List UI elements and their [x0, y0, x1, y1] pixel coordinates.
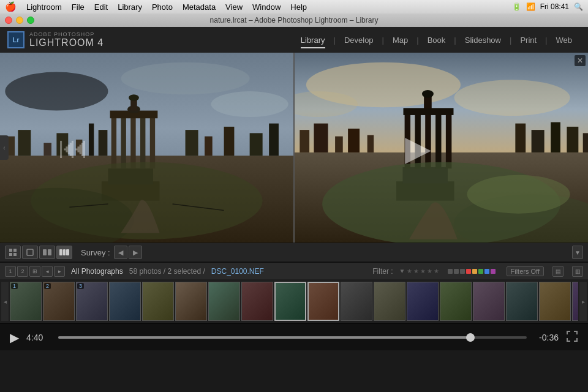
close-window-button[interactable]	[5, 17, 12, 24]
star-1[interactable]: ★	[407, 268, 412, 274]
survey-view-button[interactable]	[56, 246, 72, 259]
progress-bar[interactable]	[58, 336, 527, 339]
menu-metadata[interactable]: Metadata	[183, 2, 216, 12]
nav-print[interactable]: Print	[511, 33, 545, 47]
right-photo-panel[interactable]: ▶ ✕	[293, 53, 588, 243]
nav-library[interactable]: Library	[292, 33, 334, 47]
svg-point-2	[121, 62, 249, 95]
source-label: All Photographs	[71, 267, 123, 276]
flag-green[interactable]	[478, 269, 483, 274]
nav-develop[interactable]: Develop	[336, 33, 382, 47]
flag-yellow[interactable]	[472, 269, 477, 274]
survey-mode-label: Survey :	[81, 248, 110, 257]
menu-edit[interactable]: Edit	[94, 2, 108, 12]
menu-file[interactable]: File	[72, 2, 85, 12]
fullscreen-button[interactable]	[566, 330, 578, 345]
menu-view[interactable]: View	[225, 2, 243, 12]
prev-photo-arrow[interactable]: ⏮	[58, 130, 89, 165]
filmstrip-thumb-2[interactable]: 3	[76, 282, 108, 321]
star-3[interactable]: ★	[420, 268, 426, 274]
progress-thumb[interactable]	[466, 333, 475, 342]
menu-help[interactable]: Help	[290, 2, 307, 12]
nav-web[interactable]: Web	[548, 33, 581, 47]
play-button[interactable]: ▶	[10, 330, 19, 345]
minimize-window-button[interactable]	[16, 17, 23, 24]
svg-rect-65	[43, 249, 47, 255]
filmstrip-thumb-0[interactable]: 1	[10, 282, 42, 321]
filmstrip-next-page-button[interactable]: ▸	[54, 266, 65, 277]
clock-display: Fri 08:41	[540, 2, 569, 11]
star-4[interactable]: ★	[427, 268, 432, 274]
compare-view-button[interactable]	[39, 246, 55, 259]
toolbar-right: ▼	[572, 246, 583, 259]
filmstrip-thumb-10[interactable]	[341, 282, 372, 321]
filmstrip-thumb-17[interactable]	[572, 282, 578, 321]
main-content: ‹	[0, 53, 588, 243]
window-controls[interactable]	[5, 17, 34, 24]
next-photo-arrow[interactable]: ▶	[405, 128, 431, 168]
filmstrip-thumb-13[interactable]	[440, 282, 472, 321]
filmstrip-num2-button[interactable]: 2	[17, 266, 28, 277]
flag-red[interactable]	[466, 269, 471, 274]
nav-map[interactable]: Map	[384, 33, 417, 47]
toolbar-prev-button[interactable]: ◀	[114, 246, 127, 259]
filmstrip-thumb-9[interactable]	[307, 282, 339, 321]
filmstrip-thumb-16[interactable]	[539, 282, 571, 321]
menu-lightroom[interactable]: Lightroom	[26, 2, 62, 12]
filmstrip-prev-page-button[interactable]: ◂	[42, 266, 53, 277]
filter-label: Filter :	[372, 267, 393, 276]
toolbar-dropdown-button[interactable]: ▼	[572, 246, 583, 259]
loupe-view-button[interactable]	[22, 246, 38, 259]
flag-pick[interactable]	[460, 269, 465, 274]
filmstrip-thumb-3[interactable]	[109, 282, 141, 321]
svg-rect-40	[348, 129, 360, 153]
svg-rect-69	[66, 249, 69, 255]
search-icon[interactable]: 🔍	[574, 2, 583, 11]
apple-menu[interactable]: 🍎	[5, 1, 17, 12]
filmstrip-thumb-11[interactable]	[374, 282, 405, 321]
filmstrip-thumb-14[interactable]	[473, 282, 505, 321]
maximize-window-button[interactable]	[27, 17, 34, 24]
svg-rect-61	[13, 249, 17, 252]
flag-blue[interactable]	[484, 269, 489, 274]
grid-view-button[interactable]	[5, 246, 21, 259]
menu-photo[interactable]: Photo	[152, 2, 173, 12]
filmstrip-thumb-6[interactable]	[208, 282, 240, 321]
menu-library[interactable]: Library	[118, 2, 142, 12]
svg-point-34	[454, 80, 570, 116]
flag-reject[interactable]	[448, 269, 453, 274]
filmstrip-thumb-8[interactable]	[274, 282, 306, 321]
svg-rect-42	[515, 124, 526, 153]
filmstrip-collapse-button[interactable]: ▤	[552, 266, 564, 277]
svg-rect-21	[130, 117, 135, 168]
svg-rect-38	[314, 124, 328, 153]
flag-unflagged[interactable]	[454, 269, 459, 274]
filmstrip-scroll-left[interactable]: ◂	[1, 282, 9, 321]
filmstrip: ◂ 123 ▸	[0, 279, 588, 323]
flag-purple[interactable]	[491, 269, 496, 274]
filmstrip-num1-button[interactable]: 1	[5, 266, 16, 277]
toolbar-next-button[interactable]: ▶	[129, 246, 142, 259]
filters-off-button[interactable]: Filters Off	[507, 266, 544, 276]
current-filename[interactable]: DSC_0100.NEF	[211, 267, 264, 276]
filmstrip-thumb-4[interactable]	[142, 282, 174, 321]
nav-slideshow[interactable]: Slideshow	[456, 33, 510, 47]
left-photo-panel[interactable]: ⏮	[0, 53, 293, 243]
filmstrip-thumb-7[interactable]	[241, 282, 273, 321]
filmstrip-thumb-1[interactable]: 2	[43, 282, 75, 321]
svg-rect-7	[43, 143, 51, 156]
filmstrip-header: 1 2 ⊞ ◂ ▸ All Photographs 58 photos / 2 …	[0, 262, 588, 279]
left-panel-collapse[interactable]: ‹	[0, 135, 9, 160]
thumb-badge-2: 3	[77, 283, 84, 289]
menu-window[interactable]: Window	[252, 2, 281, 12]
filmstrip-grid-button[interactable]: ⊞	[29, 266, 40, 277]
nav-book[interactable]: Book	[419, 33, 454, 47]
close-comparison-button[interactable]: ✕	[575, 55, 586, 66]
filmstrip-thumb-12[interactable]	[407, 282, 439, 321]
filmstrip-thumb-15[interactable]	[506, 282, 538, 321]
star-2[interactable]: ★	[413, 268, 419, 274]
filmstrip-expand-button[interactable]: ▥	[572, 266, 583, 277]
filmstrip-scroll-right[interactable]: ▸	[579, 282, 587, 321]
filmstrip-thumb-5[interactable]	[175, 282, 207, 321]
star-5[interactable]: ★	[434, 268, 439, 274]
